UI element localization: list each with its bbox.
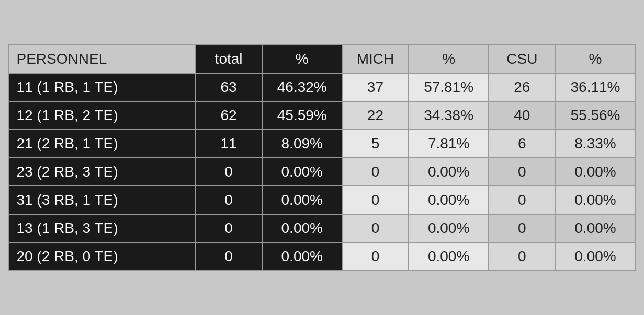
cell-personnel: 20 (2 RB, 0 TE) [9, 242, 196, 271]
col-header-csu: CSU [489, 45, 555, 73]
cell-csu-pct: 0.00% [556, 214, 636, 242]
cell-csu: 40 [489, 101, 555, 130]
col-header-total: total [195, 45, 262, 73]
col-header-pct3: % [556, 45, 636, 73]
cell-pct: 0.00% [262, 158, 342, 186]
cell-pct: 45.59% [262, 101, 342, 130]
col-header-mich: MICH [342, 45, 409, 73]
cell-mich-pct: 7.81% [409, 130, 489, 158]
table-row: 13 (1 RB, 3 TE)00.00%00.00%00.00% [9, 214, 636, 242]
cell-csu: 0 [489, 242, 555, 271]
cell-pct: 8.09% [262, 130, 342, 158]
table-row: 23 (2 RB, 3 TE)00.00%00.00%00.00% [9, 158, 636, 186]
table-row: 12 (1 RB, 2 TE)6245.59%2234.38%4055.56% [9, 101, 636, 130]
cell-total: 0 [195, 242, 262, 271]
cell-mich-pct: 34.38% [409, 101, 489, 130]
cell-total: 0 [195, 214, 262, 242]
cell-csu: 0 [489, 214, 555, 242]
cell-mich-pct: 0.00% [409, 158, 489, 186]
cell-mich: 22 [342, 101, 409, 130]
cell-csu-pct: 0.00% [556, 186, 636, 214]
cell-csu-pct: 8.33% [556, 130, 636, 158]
cell-csu-pct: 0.00% [556, 242, 636, 271]
cell-csu: 26 [489, 73, 555, 101]
cell-personnel: 12 (1 RB, 2 TE) [9, 101, 196, 130]
cell-mich-pct: 0.00% [409, 242, 489, 271]
table-row: 20 (2 RB, 0 TE)00.00%00.00%00.00% [9, 242, 636, 271]
cell-pct: 46.32% [262, 73, 342, 101]
cell-csu-pct: 36.11% [556, 73, 636, 101]
cell-total: 0 [195, 158, 262, 186]
cell-csu-pct: 55.56% [556, 101, 636, 130]
cell-mich: 0 [342, 242, 409, 271]
cell-total: 11 [195, 130, 262, 158]
cell-total: 0 [195, 186, 262, 214]
table-row: 21 (2 RB, 1 TE)118.09%57.81%68.33% [9, 130, 636, 158]
cell-mich-pct: 57.81% [409, 73, 489, 101]
table-row: 11 (1 RB, 1 TE)6346.32%3757.81%2636.11% [9, 73, 636, 101]
cell-personnel: 31 (3 RB, 1 TE) [9, 186, 196, 214]
personnel-table: PERSONNEL total % MICH % CSU % 11 (1 RB,… [8, 44, 636, 271]
cell-csu: 6 [489, 130, 555, 158]
cell-mich: 0 [342, 158, 409, 186]
cell-pct: 0.00% [262, 186, 342, 214]
cell-mich-pct: 0.00% [409, 214, 489, 242]
cell-pct: 0.00% [262, 242, 342, 271]
cell-mich: 5 [342, 130, 409, 158]
cell-mich: 0 [342, 214, 409, 242]
col-header-pct2: % [409, 45, 489, 73]
header-row: PERSONNEL total % MICH % CSU % [9, 45, 636, 73]
cell-pct: 0.00% [262, 214, 342, 242]
cell-csu: 0 [489, 186, 555, 214]
cell-mich: 0 [342, 186, 409, 214]
cell-mich: 37 [342, 73, 409, 101]
cell-personnel: 13 (1 RB, 3 TE) [9, 214, 196, 242]
cell-total: 62 [195, 101, 262, 130]
cell-personnel: 21 (2 RB, 1 TE) [9, 130, 196, 158]
cell-total: 63 [195, 73, 262, 101]
cell-personnel: 23 (2 RB, 3 TE) [9, 158, 196, 186]
table-wrapper: PERSONNEL total % MICH % CSU % 11 (1 RB,… [0, 0, 644, 315]
cell-personnel: 11 (1 RB, 1 TE) [9, 73, 196, 101]
table-row: 31 (3 RB, 1 TE)00.00%00.00%00.00% [9, 186, 636, 214]
cell-mich-pct: 0.00% [409, 186, 489, 214]
col-header-pct1: % [262, 45, 342, 73]
cell-csu-pct: 0.00% [556, 158, 636, 186]
col-header-personnel: PERSONNEL [9, 45, 196, 73]
cell-csu: 0 [489, 158, 555, 186]
